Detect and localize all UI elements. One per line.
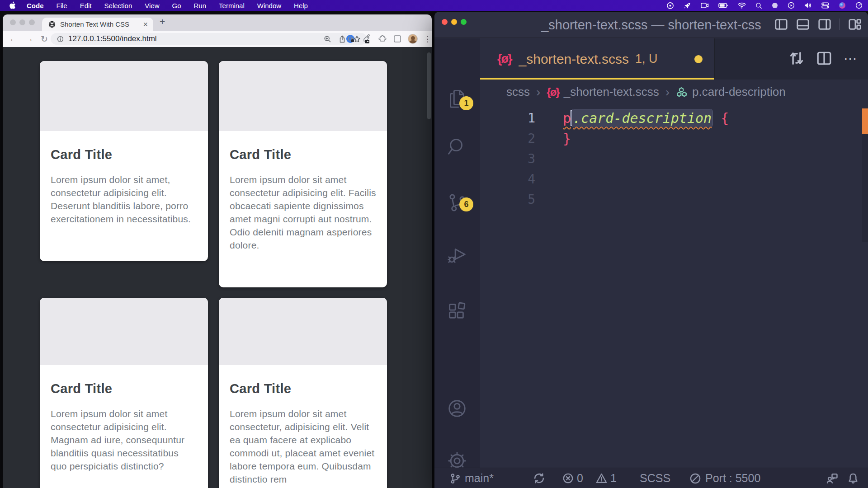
menu-item-window[interactable]: Window <box>257 2 281 9</box>
customize-layout-icon[interactable] <box>848 18 862 31</box>
status-bar: main* 0 1 SCSS Port : 5500 <box>434 468 868 488</box>
menu-item-help[interactable]: Help <box>294 2 308 9</box>
code-line-2[interactable]: } <box>563 128 859 149</box>
browser-profile-avatar[interactable] <box>408 34 418 44</box>
browser-tab[interactable]: Shorten Text With CSS × <box>42 18 153 31</box>
language-label: SCSS <box>640 472 670 485</box>
menu-item-go[interactable]: Go <box>172 2 181 9</box>
card: Card Title Lorem ipsum dolor sit amet, c… <box>40 61 208 261</box>
branch-name: main* <box>465 472 494 485</box>
spotlight-search-icon[interactable] <box>755 2 762 9</box>
rocket-icon[interactable] <box>684 2 691 9</box>
notifications-bell-icon[interactable] <box>847 468 859 488</box>
video-camera-icon[interactable] <box>701 2 709 9</box>
card-description: Lorem ipsum dolor sit amet consectetur a… <box>230 173 376 252</box>
tab-shorten-text-scss[interactable]: {ø} _shorten-text.scss 1, U <box>480 38 715 80</box>
browser-window: Shorten Text With CSS × + ← → ↻ 127.0.0.… <box>3 14 432 488</box>
menu-item-terminal[interactable]: Terminal <box>219 2 245 9</box>
code-line-1[interactable]: p.card-description { <box>563 108 859 128</box>
run-debug-icon[interactable] <box>447 244 467 265</box>
account-icon[interactable] <box>447 398 467 419</box>
scss-file-icon: {ø} <box>497 52 512 66</box>
open-changes-icon[interactable] <box>788 50 805 66</box>
zoom-window-button[interactable] <box>29 19 35 25</box>
control-center-icon[interactable] <box>821 2 829 9</box>
record-target-icon[interactable] <box>666 2 674 9</box>
browser-menu-icon[interactable]: ⋮ <box>424 34 432 44</box>
reading-list-icon[interactable] <box>393 34 402 43</box>
address-bar[interactable]: 127.0.0.1:5500/index.html <box>51 33 367 45</box>
overview-ruler-warning-mark <box>862 108 868 134</box>
battery-icon[interactable] <box>718 3 728 8</box>
menu-item-view[interactable]: View <box>145 2 159 9</box>
card: Card Title Lorem ipsum dolor sit amet co… <box>219 298 387 488</box>
git-branch-status[interactable]: main* <box>450 468 494 488</box>
problems-status[interactable]: 0 1 <box>562 468 617 488</box>
line-number: 4 <box>480 169 535 189</box>
share-icon[interactable] <box>339 35 346 43</box>
play-circle-icon[interactable] <box>788 2 795 9</box>
editor-scrollbar[interactable] <box>862 134 868 242</box>
card-description: Lorem ipsum dolor sit amet consectetur a… <box>51 407 197 473</box>
feedback-icon[interactable] <box>826 468 838 488</box>
colorpicker-extension-icon[interactable] <box>361 34 371 44</box>
privacy-extension-icon[interactable] <box>345 34 355 44</box>
menu-item-run[interactable]: Run <box>194 2 207 9</box>
toggle-secondary-sidebar-icon[interactable] <box>818 18 831 31</box>
volume-icon[interactable] <box>804 2 812 9</box>
minimize-window-button[interactable] <box>19 19 25 25</box>
site-info-icon[interactable] <box>57 36 64 42</box>
reload-button[interactable]: ↻ <box>41 34 48 44</box>
wifi-icon[interactable] <box>738 2 746 9</box>
zoom-page-icon[interactable] <box>324 35 331 43</box>
breadcrumb-folder[interactable]: scss <box>506 85 530 99</box>
menu-item-code[interactable]: Code <box>27 2 44 9</box>
toggle-sidebar-icon[interactable] <box>774 18 788 31</box>
browser-tab-strip: Shorten Text With CSS × + <box>3 14 432 31</box>
globe-favicon <box>48 21 56 28</box>
vscode-title-bar: _shorten-text.scss — shorten-text-css <box>434 12 868 38</box>
menu-item-file[interactable]: File <box>57 2 67 9</box>
new-tab-button[interactable]: + <box>160 16 165 27</box>
code-token-tag: p <box>563 110 571 126</box>
card-description: Lorem ipsum dolor sit amet, consectetur … <box>51 173 197 225</box>
line-number: 3 <box>480 149 535 169</box>
menu-item-selection[interactable]: Selection <box>104 2 132 9</box>
menu-bar: Code File Edit Selection View Go Run Ter… <box>0 0 868 11</box>
forward-button[interactable]: → <box>25 34 33 44</box>
error-count: 0 <box>577 472 583 485</box>
menu-items: Code File Edit Selection View Go Run Ter… <box>27 2 308 9</box>
vscode-window: _shorten-text.scss — shorten-text-css 1 <box>434 12 868 488</box>
chevron-right-icon: › <box>665 85 670 99</box>
line-number: 2 <box>480 128 535 149</box>
git-sync-icon[interactable] <box>533 468 545 488</box>
split-editor-icon[interactable] <box>816 51 832 66</box>
url-text[interactable]: 127.0.0.1:5500/index.html <box>68 34 316 43</box>
card-description: Lorem ipsum dolor sit amet consectetur, … <box>230 407 376 486</box>
breadcrumb: scss › {ø} _shorten-text.scss › p.card-d… <box>480 80 868 104</box>
page-scrollbar[interactable] <box>427 52 431 119</box>
line-number: 1 <box>480 108 535 128</box>
unsaved-changes-dot-icon[interactable] <box>694 55 703 63</box>
toggle-panel-icon[interactable] <box>796 18 810 31</box>
language-mode-status[interactable]: SCSS <box>640 468 670 488</box>
close-tab-icon[interactable]: × <box>142 20 149 28</box>
apple-logo-icon[interactable] <box>9 1 16 9</box>
source-control-badge: 6 <box>459 197 473 211</box>
editor-more-actions-icon[interactable]: ⋯ <box>844 51 858 66</box>
extensions-icon[interactable] <box>447 300 467 321</box>
card-image-placeholder <box>219 61 387 131</box>
code-editor[interactable]: 1 2 3 4 5 p.card-description { } <box>480 104 868 468</box>
clock-icon[interactable] <box>855 2 863 9</box>
siri-icon[interactable] <box>839 2 846 9</box>
breadcrumb-file[interactable]: _shorten-text.scss <box>564 85 659 99</box>
live-server-port-status[interactable]: Port : 5500 <box>689 468 760 488</box>
menu-item-edit[interactable]: Edit <box>80 2 92 9</box>
back-button[interactable]: ← <box>9 34 18 44</box>
close-window-button[interactable] <box>10 19 16 25</box>
extensions-puzzle-icon[interactable] <box>377 34 387 44</box>
breadcrumb-symbol[interactable]: p.card-description <box>692 85 786 99</box>
status-dot-icon[interactable] <box>772 2 778 9</box>
search-icon[interactable] <box>447 136 467 157</box>
card-title: Card Title <box>51 147 197 162</box>
